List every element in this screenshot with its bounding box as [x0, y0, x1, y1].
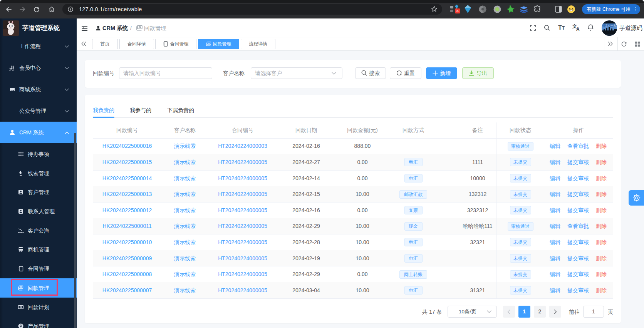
svg-text:文心一言: 文心一言 — [605, 24, 616, 27]
